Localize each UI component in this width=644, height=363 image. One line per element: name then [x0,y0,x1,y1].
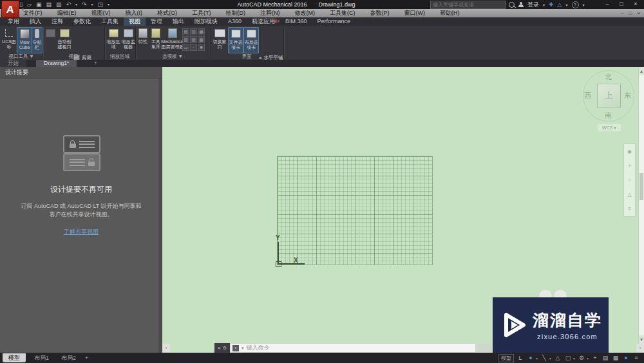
file-tabs-button[interactable]: 文件选项卡 [228,27,243,53]
menu-view[interactable]: 视图(V) [91,9,111,17]
annotation-scale-icon[interactable]: ▤ [601,355,609,361]
horizontal-scrollbar-thumb[interactable] [477,344,492,352]
model-space-toggle[interactable]: 模型 [498,354,514,362]
markup-icon[interactable]: ▦ [198,28,205,35]
settings-dropdown-icon[interactable]: ▾ [587,356,589,360]
object-snap-icon[interactable]: ▢ [564,355,572,361]
mechanical-layer-manager-button[interactable]: Mechanical 图层管理器 [163,27,182,52]
panel-title-viewports[interactable]: 视口 [43,53,104,60]
viewcube-west-label[interactable]: 西 [584,91,591,100]
drawing-canvas[interactable]: Y X 北 西 东 南 上 WCS ▾ ◉ + ○ △ ≡ ▴ ▾ ‹ › × … [162,67,644,353]
command-input-placeholder[interactable]: 键入命令 [247,344,270,352]
exchange-apps-icon[interactable]: ✚ [549,1,554,8]
signin-person-icon[interactable] [518,2,524,7]
viewcube-top-face[interactable]: 上 [605,90,613,101]
command-prompt-icon[interactable]: › [232,345,239,351]
menu-edit[interactable]: 编辑(E) [57,9,77,17]
save-as-icon[interactable]: ▤ [46,1,52,8]
ribbon-tab-parametric[interactable]: 参数化 [68,17,96,26]
help-dropdown-icon[interactable]: ▾ [583,3,585,7]
layout-tab-layout2[interactable]: 布局2 [55,353,82,362]
ribbon-tab-home[interactable]: 常用 [3,17,24,26]
layout-tab-model[interactable]: 模型 [3,353,26,362]
shared-views-link[interactable]: 了解共享视图 [64,228,99,235]
menu-file[interactable]: 文件(F) [23,9,43,17]
a360-dropdown-icon[interactable]: ▾ [565,3,567,7]
zoom-area-button[interactable]: 缩放区域 [106,27,120,52]
command-line-icon[interactable]: ▤ [182,28,189,35]
file-tab-start[interactable]: 开始 [0,60,26,67]
full-navigation-wheel-icon[interactable]: ◉ [627,149,632,154]
menu-format[interactable]: 格式(O) [157,9,177,17]
calculator-icon[interactable]: ▭ [182,44,189,51]
panel-title-interface[interactable]: 界面 [210,53,283,60]
menu-annotate[interactable]: 注释(N) [260,9,280,17]
menu-parametric[interactable]: 参数(P) [370,9,390,17]
close-button[interactable]: × [629,0,643,8]
viewcube-east-label[interactable]: 东 [624,91,631,100]
polar-dropdown-icon[interactable]: ▾ [549,356,551,360]
snap-dropdown-icon[interactable]: ▾ [536,356,538,360]
polar-tracking-icon[interactable]: ╲ [540,355,548,361]
help-search-input[interactable] [431,2,506,8]
reference-icon[interactable]: ▫ [190,44,197,51]
ribbon-tab-view[interactable]: 视图 [124,17,146,26]
sheet-set-icon[interactable]: ▥ [190,28,197,35]
units-icon[interactable]: ▦ [612,355,620,361]
command-customize-icon[interactable]: ⚙ [223,346,227,351]
isodraft-icon[interactable]: △ [554,355,562,361]
settings-gear-icon[interactable]: ⚙ [578,355,585,361]
switch-windows-button[interactable]: 切换窗口 [213,27,227,52]
viewcube-north-label[interactable]: 北 [605,72,612,82]
maximize-button[interactable]: □ [614,0,629,8]
osnap-dropdown-icon[interactable]: ▾ [573,356,575,360]
search-icon[interactable] [509,2,515,8]
layout-tabs-button[interactable]: 布局选项卡 [243,27,259,53]
designcenter-icon[interactable]: ▧ [182,36,189,43]
menu-help[interactable]: 帮助(H) [440,9,460,17]
history-icon[interactable]: ■ [198,44,205,51]
ribbon-tab-a360[interactable]: A360 [223,17,247,26]
zoom-monitor-button[interactable]: 缩放监视器 [121,27,135,52]
panel-title-viewport-tools[interactable]: 视口工具 ▼ [0,53,43,60]
doc-restore-button[interactable]: □ [629,10,632,16]
ribbon-tab-output[interactable]: 输出 [167,17,189,26]
navigation-bar-button[interactable]: 导航栏 [32,27,43,53]
doc-close-button[interactable]: × [637,10,640,16]
ribbon-tab-annotate[interactable]: 注释 [46,17,68,26]
viewcube[interactable]: 上 [597,84,621,107]
undo-dropdown-icon[interactable]: ▾ [75,1,77,8]
menu-modify[interactable]: 修改(M) [295,9,316,17]
plot-icon[interactable]: ▥ [56,1,62,8]
scroll-up-icon[interactable]: ▴ [639,67,644,75]
showmotion-icon[interactable]: ≡ [628,206,631,212]
ortho-icon[interactable]: L [516,355,524,361]
doc-minimize-button[interactable]: – [621,10,623,16]
viewcube-south-label[interactable]: 南 [605,111,612,120]
layout-tab-layout1[interactable]: 布局1 [28,353,55,362]
menu-draw[interactable]: 绘制(D) [226,9,246,17]
help-search-box[interactable] [430,1,506,9]
menu-toolsets[interactable]: 工具集(C) [330,9,355,17]
redo-dropdown-icon[interactable]: ▾ [91,1,93,8]
scroll-down-icon[interactable]: ▾ [639,335,644,344]
scroll-left-icon[interactable]: ‹ [162,344,170,352]
minimize-button[interactable]: – [600,0,614,8]
command-line[interactable]: › ▾ 键入命令 [230,343,476,353]
ribbon-tab-toolsets[interactable]: 工具集 [96,17,124,26]
ribbon-tab-addins[interactable]: 附加模块 [189,17,223,26]
ribbon-tab-insert[interactable]: 插入 [24,17,46,26]
open-file-icon[interactable]: ▱ [27,1,32,8]
canvas-vertical-scrollbar[interactable] [638,67,644,344]
new-drawing-tab-button[interactable]: + [91,60,100,67]
panel-title-zoom-area[interactable]: 缩放区域 [104,53,135,60]
ribbon-display-toggle-icon[interactable]: ▣▾ [273,19,283,24]
redo-icon[interactable]: ↷ [82,1,87,8]
batch-plot-icon[interactable]: ◳ [98,1,104,8]
toolset-library-button[interactable]: 工具集库 [150,27,162,52]
qat-dropdown-icon[interactable]: ▾ [108,1,109,8]
customization-menu-icon[interactable]: ≡ [632,355,640,361]
menu-tools[interactable]: 工具(T) [192,9,211,17]
properties-button[interactable]: 特性 [137,27,149,52]
count-icon[interactable]: ▨ [190,36,197,43]
